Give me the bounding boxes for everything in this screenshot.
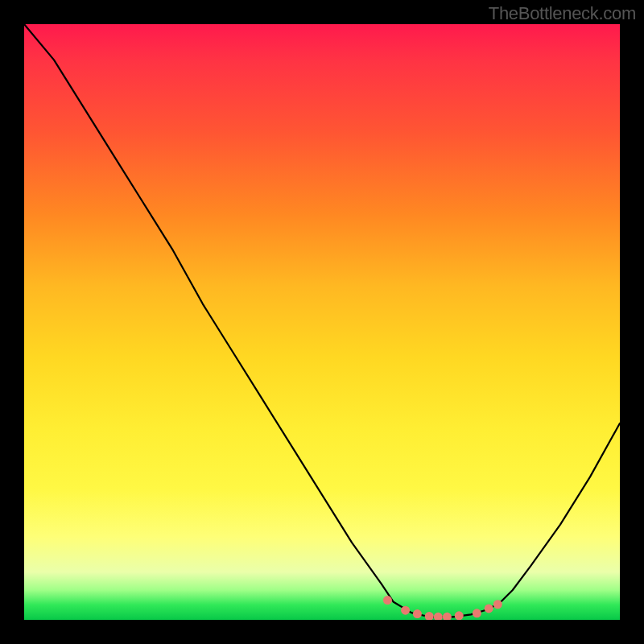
marker-dot: [401, 606, 410, 615]
marker-dot: [425, 612, 434, 620]
marker-dot: [434, 613, 443, 620]
marker-dot: [455, 611, 464, 620]
marker-dot: [485, 604, 493, 613]
marker-dot: [383, 596, 392, 605]
chart-outer: TheBottleneck.com: [0, 0, 644, 644]
chart-svg: [24, 24, 620, 620]
marker-dot: [493, 600, 502, 609]
bottleneck-curve: [24, 24, 620, 617]
marker-dot: [443, 613, 452, 620]
marker-dot: [473, 609, 481, 617]
attribution-label: TheBottleneck.com: [489, 3, 636, 24]
marker-dot: [413, 609, 422, 618]
